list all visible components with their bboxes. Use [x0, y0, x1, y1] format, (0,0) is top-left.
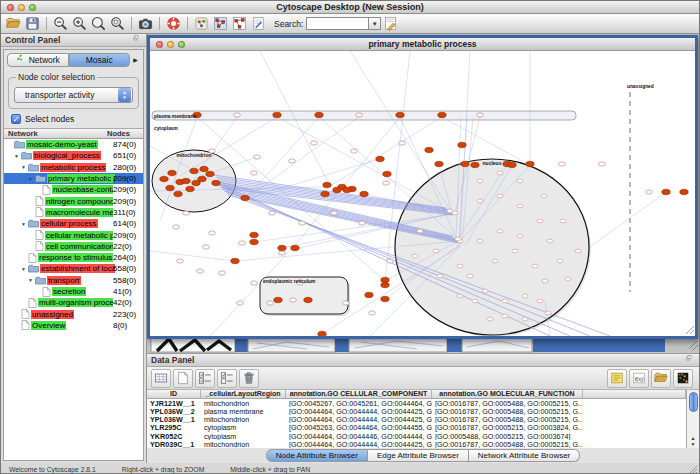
network-label: primary metabolic process [47, 174, 115, 183]
help-icon[interactable] [164, 15, 183, 33]
gene-node [381, 277, 389, 282]
table-cell: cytoplasm [201, 432, 286, 440]
control-panel-header: Control Panel [1, 34, 146, 47]
disclosure-triangle-icon[interactable]: ▼ [21, 221, 28, 227]
network-view-titlebar[interactable]: primary metabolic process [150, 38, 695, 51]
gene-node [425, 147, 433, 152]
column-header[interactable]: ID [147, 390, 201, 398]
disclosure-triangle-icon[interactable]: ▼ [21, 266, 28, 272]
tree-row[interactable]: ▼primary metabolic process209(0) [4, 173, 143, 184]
tree-row[interactable]: ▼transport558(0) [4, 275, 143, 286]
table-cell: mitochondrion [201, 399, 286, 407]
search-input[interactable] [306, 17, 368, 30]
function-builder-icon[interactable]: f(x) [629, 369, 649, 388]
tree-row[interactable]: unassigned223(0) [4, 308, 143, 319]
network-overview-icon[interactable] [230, 15, 249, 33]
save-session-icon[interactable] [23, 15, 42, 33]
file-icon [35, 230, 44, 240]
tab-mosaic[interactable]: Mosaic [69, 53, 131, 67]
network-label: Overview [31, 321, 66, 330]
tree-row[interactable]: ▼biological_process651(0) [4, 150, 143, 161]
table-row[interactable]: YLR295Ccytoplasm[GO:0045263, GO:0044464,… [147, 423, 686, 431]
snapshot-icon[interactable] [136, 15, 155, 33]
zoom-out-icon[interactable] [51, 15, 70, 33]
table-scrollbar[interactable]: ▲▼ [686, 390, 699, 448]
zoom-window-button[interactable] [29, 4, 36, 11]
tree-row[interactable]: macromolecule metab311(0) [4, 207, 143, 218]
column-header[interactable]: annotation.GO MOLECULAR_FUNCTION [432, 390, 583, 398]
tab-network[interactable]: Network [7, 53, 69, 67]
minimize-window-button[interactable] [18, 4, 25, 11]
tree-row[interactable]: ▼establishment of locali558(0) [4, 263, 143, 274]
file-icon [28, 253, 37, 263]
table-row[interactable]: YJR121W__1mitochondrion[GO:0045267, GO:0… [147, 399, 686, 407]
network-label: mosaic-demo-yeast [26, 140, 98, 149]
search-dropdown-arrow-icon[interactable]: ▼ [368, 17, 381, 30]
table-row[interactable]: YPL036W__1mitochondrion[GO:0044464, GO:0… [147, 415, 686, 423]
column-header[interactable]: _cellularLayoutRegion [201, 390, 286, 398]
table-row[interactable]: YPL036W__2plasma membrane[GO:0044464, GO… [147, 407, 686, 415]
heatmap-icon[interactable] [673, 369, 693, 388]
select-attributes-icon[interactable] [195, 369, 215, 388]
delete-attribute-icon[interactable] [239, 369, 259, 388]
vizmapper-icon[interactable] [192, 15, 211, 33]
disclosure-triangle-icon[interactable]: ▼ [14, 153, 21, 159]
zoom-in-icon[interactable] [70, 15, 89, 33]
tree-row[interactable]: cellular metabolic proc209(0) [4, 229, 143, 240]
tree-row[interactable]: nucleobase-containing209(0) [4, 184, 143, 195]
disclosure-triangle-icon[interactable]: ▼ [28, 176, 35, 182]
node-count: 280(0) [113, 163, 136, 172]
float-panel-icon[interactable] [686, 355, 695, 366]
tree-row[interactable]: ▼metabolic process280(0) [4, 162, 143, 173]
gene-node [321, 191, 329, 196]
disclosure-triangle-icon[interactable]: ▼ [21, 164, 28, 170]
close-window-button[interactable] [7, 4, 14, 11]
float-panel-icon[interactable] [133, 35, 142, 46]
zoom-selected-icon[interactable] [108, 15, 127, 33]
network-manager-icon[interactable] [211, 15, 230, 33]
gene-node [662, 189, 670, 194]
minimize-view-button[interactable] [167, 41, 174, 48]
table-cell: YJR121W__1 [147, 399, 201, 407]
tab-network-attribute-browser[interactable]: Network Attribute Browser [469, 449, 580, 462]
tree-row[interactable]: ▼cellular process614(0) [4, 218, 143, 229]
scrollbar-thumb[interactable] [689, 392, 698, 412]
network-canvas[interactable]: plasma membranecytoplasmmitochondrionnuc… [150, 51, 695, 336]
tree-row[interactable]: cell communication22(0) [4, 241, 143, 252]
import-attributes-icon[interactable] [651, 369, 671, 388]
unselect-attributes-icon[interactable] [217, 369, 237, 388]
background-network-windows[interactable] [147, 337, 699, 353]
tree-row[interactable]: multi-organism proces42(0) [4, 297, 143, 308]
new-attribute-icon[interactable] [173, 369, 193, 388]
window-titlebar[interactable]: Cytoscape Desktop (New Session) [1, 1, 699, 14]
table-cell: [GO:0016787, GO:0005488, GO:0005215, G..… [432, 399, 583, 407]
window-resize-grip[interactable] [688, 464, 698, 474]
zoom-fit-icon[interactable] [89, 15, 108, 33]
tree-row[interactable]: Overview8(0) [4, 320, 143, 331]
table-row[interactable]: YDR039C__1mitochondrion[GO:0044464, GO:0… [147, 440, 686, 448]
network-view-window[interactable]: primary metabolic process plasma membran… [147, 35, 698, 339]
folder-icon [28, 264, 39, 273]
select-nodes-checkbox[interactable]: ✓ Select nodes [11, 114, 136, 124]
tree-row[interactable]: mosaic-demo-yeast874(0) [4, 139, 143, 150]
attr-table-icon[interactable] [151, 369, 171, 388]
tab-overflow-arrow-icon[interactable]: ▶ [130, 56, 141, 63]
table-row[interactable]: YKR052Ccytoplasm[GO:0044464, GO:0044446,… [147, 432, 686, 440]
attribute-table: ID_cellularLayoutRegionannotation.GO CEL… [147, 390, 699, 448]
close-view-button[interactable] [156, 41, 163, 48]
annotation-icon[interactable] [249, 15, 268, 33]
tab-node-attribute-browser[interactable]: Node Attribute Browser [266, 449, 368, 462]
open-session-icon[interactable] [4, 15, 23, 33]
tree-row[interactable]: response to stimulus264(0) [4, 252, 143, 263]
tree-row[interactable]: secretion41(0) [4, 286, 143, 297]
scrollbar-arrows[interactable]: ▲▼ [691, 436, 696, 448]
configure-search-icon[interactable] [381, 15, 400, 33]
tab-edge-attribute-browser[interactable]: Edge Attribute Browser [368, 449, 469, 462]
tree-row[interactable]: nitrogen compound me209(0) [4, 195, 143, 206]
disclosure-triangle-icon[interactable]: ▼ [28, 277, 35, 283]
notes-icon[interactable] [607, 369, 627, 388]
zoom-view-button[interactable] [178, 41, 185, 48]
column-header[interactable]: annotation.GO CELLULAR_COMPONENT [286, 390, 432, 398]
node-color-select[interactable]: transporter activity ▲▼ [14, 87, 133, 103]
node-count: 311(0) [113, 208, 136, 217]
